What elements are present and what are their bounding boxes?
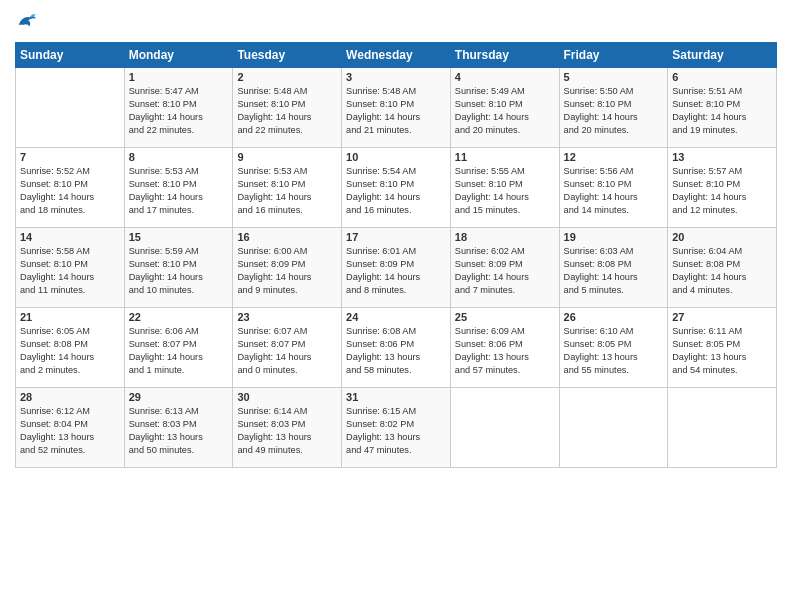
col-header-friday: Friday bbox=[559, 43, 668, 68]
day-info: Sunrise: 6:01 AM Sunset: 8:09 PM Dayligh… bbox=[346, 245, 446, 297]
day-info: Sunrise: 6:12 AM Sunset: 8:04 PM Dayligh… bbox=[20, 405, 120, 457]
day-info: Sunrise: 6:05 AM Sunset: 8:08 PM Dayligh… bbox=[20, 325, 120, 377]
day-cell: 24Sunrise: 6:08 AM Sunset: 8:06 PM Dayli… bbox=[342, 308, 451, 388]
day-info: Sunrise: 6:09 AM Sunset: 8:06 PM Dayligh… bbox=[455, 325, 555, 377]
day-info: Sunrise: 5:49 AM Sunset: 8:10 PM Dayligh… bbox=[455, 85, 555, 137]
day-number: 9 bbox=[237, 151, 337, 163]
main-container: SundayMondayTuesdayWednesdayThursdayFrid… bbox=[0, 0, 792, 473]
day-cell: 4Sunrise: 5:49 AM Sunset: 8:10 PM Daylig… bbox=[450, 68, 559, 148]
day-number: 27 bbox=[672, 311, 772, 323]
day-number: 1 bbox=[129, 71, 229, 83]
day-number: 10 bbox=[346, 151, 446, 163]
day-number: 28 bbox=[20, 391, 120, 403]
col-header-saturday: Saturday bbox=[668, 43, 777, 68]
day-number: 15 bbox=[129, 231, 229, 243]
day-number: 21 bbox=[20, 311, 120, 323]
day-cell: 1Sunrise: 5:47 AM Sunset: 8:10 PM Daylig… bbox=[124, 68, 233, 148]
day-cell: 9Sunrise: 5:53 AM Sunset: 8:10 PM Daylig… bbox=[233, 148, 342, 228]
day-cell: 28Sunrise: 6:12 AM Sunset: 8:04 PM Dayli… bbox=[16, 388, 125, 468]
day-cell bbox=[559, 388, 668, 468]
day-cell: 16Sunrise: 6:00 AM Sunset: 8:09 PM Dayli… bbox=[233, 228, 342, 308]
day-cell: 11Sunrise: 5:55 AM Sunset: 8:10 PM Dayli… bbox=[450, 148, 559, 228]
week-row-1: 1Sunrise: 5:47 AM Sunset: 8:10 PM Daylig… bbox=[16, 68, 777, 148]
day-number: 24 bbox=[346, 311, 446, 323]
day-number: 26 bbox=[564, 311, 664, 323]
day-cell: 12Sunrise: 5:56 AM Sunset: 8:10 PM Dayli… bbox=[559, 148, 668, 228]
day-number: 25 bbox=[455, 311, 555, 323]
calendar-table: SundayMondayTuesdayWednesdayThursdayFrid… bbox=[15, 42, 777, 468]
day-info: Sunrise: 6:00 AM Sunset: 8:09 PM Dayligh… bbox=[237, 245, 337, 297]
day-info: Sunrise: 5:53 AM Sunset: 8:10 PM Dayligh… bbox=[129, 165, 229, 217]
day-number: 11 bbox=[455, 151, 555, 163]
day-cell: 3Sunrise: 5:48 AM Sunset: 8:10 PM Daylig… bbox=[342, 68, 451, 148]
day-info: Sunrise: 6:08 AM Sunset: 8:06 PM Dayligh… bbox=[346, 325, 446, 377]
day-info: Sunrise: 6:04 AM Sunset: 8:08 PM Dayligh… bbox=[672, 245, 772, 297]
day-cell: 6Sunrise: 5:51 AM Sunset: 8:10 PM Daylig… bbox=[668, 68, 777, 148]
day-info: Sunrise: 6:14 AM Sunset: 8:03 PM Dayligh… bbox=[237, 405, 337, 457]
day-info: Sunrise: 6:11 AM Sunset: 8:05 PM Dayligh… bbox=[672, 325, 772, 377]
calendar-header-row: SundayMondayTuesdayWednesdayThursdayFrid… bbox=[16, 43, 777, 68]
day-cell: 20Sunrise: 6:04 AM Sunset: 8:08 PM Dayli… bbox=[668, 228, 777, 308]
day-cell: 25Sunrise: 6:09 AM Sunset: 8:06 PM Dayli… bbox=[450, 308, 559, 388]
day-cell bbox=[16, 68, 125, 148]
day-number: 8 bbox=[129, 151, 229, 163]
day-info: Sunrise: 5:54 AM Sunset: 8:10 PM Dayligh… bbox=[346, 165, 446, 217]
header-row bbox=[15, 10, 777, 36]
day-number: 4 bbox=[455, 71, 555, 83]
day-number: 16 bbox=[237, 231, 337, 243]
col-header-sunday: Sunday bbox=[16, 43, 125, 68]
day-cell: 5Sunrise: 5:50 AM Sunset: 8:10 PM Daylig… bbox=[559, 68, 668, 148]
day-number: 20 bbox=[672, 231, 772, 243]
day-number: 22 bbox=[129, 311, 229, 323]
day-cell: 15Sunrise: 5:59 AM Sunset: 8:10 PM Dayli… bbox=[124, 228, 233, 308]
col-header-thursday: Thursday bbox=[450, 43, 559, 68]
day-info: Sunrise: 5:57 AM Sunset: 8:10 PM Dayligh… bbox=[672, 165, 772, 217]
day-cell: 13Sunrise: 5:57 AM Sunset: 8:10 PM Dayli… bbox=[668, 148, 777, 228]
day-info: Sunrise: 5:55 AM Sunset: 8:10 PM Dayligh… bbox=[455, 165, 555, 217]
day-number: 3 bbox=[346, 71, 446, 83]
day-info: Sunrise: 6:02 AM Sunset: 8:09 PM Dayligh… bbox=[455, 245, 555, 297]
logo-icon bbox=[15, 10, 37, 36]
day-info: Sunrise: 6:07 AM Sunset: 8:07 PM Dayligh… bbox=[237, 325, 337, 377]
day-info: Sunrise: 5:51 AM Sunset: 8:10 PM Dayligh… bbox=[672, 85, 772, 137]
day-cell: 19Sunrise: 6:03 AM Sunset: 8:08 PM Dayli… bbox=[559, 228, 668, 308]
day-cell: 22Sunrise: 6:06 AM Sunset: 8:07 PM Dayli… bbox=[124, 308, 233, 388]
day-cell: 8Sunrise: 5:53 AM Sunset: 8:10 PM Daylig… bbox=[124, 148, 233, 228]
day-info: Sunrise: 6:15 AM Sunset: 8:02 PM Dayligh… bbox=[346, 405, 446, 457]
day-info: Sunrise: 6:10 AM Sunset: 8:05 PM Dayligh… bbox=[564, 325, 664, 377]
day-info: Sunrise: 5:47 AM Sunset: 8:10 PM Dayligh… bbox=[129, 85, 229, 137]
day-cell: 27Sunrise: 6:11 AM Sunset: 8:05 PM Dayli… bbox=[668, 308, 777, 388]
day-info: Sunrise: 5:58 AM Sunset: 8:10 PM Dayligh… bbox=[20, 245, 120, 297]
day-cell: 17Sunrise: 6:01 AM Sunset: 8:09 PM Dayli… bbox=[342, 228, 451, 308]
week-row-3: 14Sunrise: 5:58 AM Sunset: 8:10 PM Dayli… bbox=[16, 228, 777, 308]
day-number: 5 bbox=[564, 71, 664, 83]
day-cell: 30Sunrise: 6:14 AM Sunset: 8:03 PM Dayli… bbox=[233, 388, 342, 468]
day-info: Sunrise: 5:52 AM Sunset: 8:10 PM Dayligh… bbox=[20, 165, 120, 217]
day-cell: 23Sunrise: 6:07 AM Sunset: 8:07 PM Dayli… bbox=[233, 308, 342, 388]
day-number: 7 bbox=[20, 151, 120, 163]
week-row-5: 28Sunrise: 6:12 AM Sunset: 8:04 PM Dayli… bbox=[16, 388, 777, 468]
day-cell: 7Sunrise: 5:52 AM Sunset: 8:10 PM Daylig… bbox=[16, 148, 125, 228]
day-info: Sunrise: 5:48 AM Sunset: 8:10 PM Dayligh… bbox=[237, 85, 337, 137]
day-info: Sunrise: 5:48 AM Sunset: 8:10 PM Dayligh… bbox=[346, 85, 446, 137]
day-number: 18 bbox=[455, 231, 555, 243]
day-cell: 31Sunrise: 6:15 AM Sunset: 8:02 PM Dayli… bbox=[342, 388, 451, 468]
col-header-wednesday: Wednesday bbox=[342, 43, 451, 68]
day-cell: 18Sunrise: 6:02 AM Sunset: 8:09 PM Dayli… bbox=[450, 228, 559, 308]
day-number: 19 bbox=[564, 231, 664, 243]
day-number: 13 bbox=[672, 151, 772, 163]
col-header-monday: Monday bbox=[124, 43, 233, 68]
day-number: 12 bbox=[564, 151, 664, 163]
day-number: 2 bbox=[237, 71, 337, 83]
week-row-2: 7Sunrise: 5:52 AM Sunset: 8:10 PM Daylig… bbox=[16, 148, 777, 228]
day-cell: 21Sunrise: 6:05 AM Sunset: 8:08 PM Dayli… bbox=[16, 308, 125, 388]
day-number: 23 bbox=[237, 311, 337, 323]
day-info: Sunrise: 5:50 AM Sunset: 8:10 PM Dayligh… bbox=[564, 85, 664, 137]
day-number: 29 bbox=[129, 391, 229, 403]
day-number: 6 bbox=[672, 71, 772, 83]
day-number: 30 bbox=[237, 391, 337, 403]
day-info: Sunrise: 6:13 AM Sunset: 8:03 PM Dayligh… bbox=[129, 405, 229, 457]
logo bbox=[15, 10, 41, 36]
day-info: Sunrise: 5:59 AM Sunset: 8:10 PM Dayligh… bbox=[129, 245, 229, 297]
day-number: 31 bbox=[346, 391, 446, 403]
